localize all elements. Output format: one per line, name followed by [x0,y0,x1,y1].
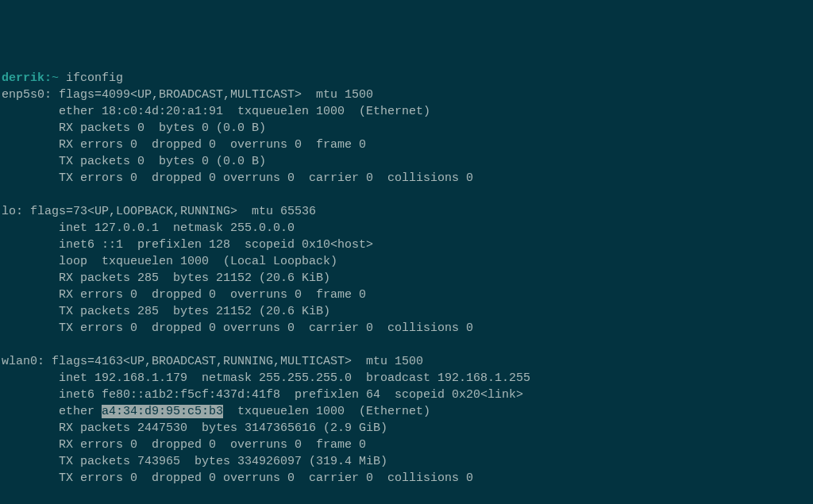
wlan0-tx-errors: TX errors 0 dropped 0 overruns 0 carrier… [2,470,811,487]
blank-line-1 [2,187,811,203]
wlan0-rx-errors: RX errors 0 dropped 0 overruns 0 frame 0 [2,437,811,453]
wlan0-inet6: inet6 fe80::a1b2:f5cf:437d:41f8 prefixle… [2,387,811,403]
lo-rx-packets: RX packets 285 bytes 21152 (20.6 KiB) [2,270,811,287]
lo-inet: inet 127.0.0.1 netmask 255.0.0.0 [2,220,811,237]
wlan0-ether: ether a4:34:d9:95:c5:b3 txqueuelen 1000 … [2,403,811,420]
enp5s0-rx-packets: RX packets 0 bytes 0 (0.0 B) [2,120,811,137]
prompt-line-1: derrik:~ ifconfig [2,70,811,87]
enp5s0-tx-packets: TX packets 0 bytes 0 (0.0 B) [2,153,811,170]
wlan0-header: wlan0: flags=4163<UP,BROADCAST,RUNNING,M… [2,353,811,370]
lo-tx-packets: TX packets 285 bytes 21152 (20.6 KiB) [2,303,811,320]
enp5s0-ether: ether 18:c0:4d:20:a1:91 txqueuelen 1000 … [2,103,811,120]
wlan0-ether-post: txqueuelen 1000 (Ethernet) [223,405,430,418]
command-text: ifconfig [66,71,123,85]
lo-inet6: inet6 ::1 prefixlen 128 scopeid 0x10<hos… [2,237,811,253]
blank-line-2 [2,337,811,353]
wlan0-tx-packets: TX packets 743965 bytes 334926097 (319.4… [2,453,811,470]
blank-line-3 [2,487,811,503]
lo-rx-errors: RX errors 0 dropped 0 overruns 0 frame 0 [2,287,811,303]
wlan0-rx-packets: RX packets 2447530 bytes 3147365616 (2.9… [2,420,811,437]
enp5s0-header: enp5s0: flags=4099<UP,BROADCAST,MULTICAS… [2,87,811,103]
enp5s0-tx-errors: TX errors 0 dropped 0 overruns 0 carrier… [2,170,811,187]
lo-loop: loop txqueuelen 1000 (Local Loopback) [2,253,811,270]
prompt-user: derrik: [2,71,52,85]
wlan0-ether-pre: ether [2,405,102,418]
enp5s0-rx-errors: RX errors 0 dropped 0 overruns 0 frame 0 [2,137,811,153]
wlan0-mac-selected[interactable]: a4:34:d9:95:c5:b3 [102,405,223,418]
prompt-path: ~ [52,71,59,85]
lo-tx-errors: TX errors 0 dropped 0 overruns 0 carrier… [2,320,811,337]
lo-header: lo: flags=73<UP,LOOPBACK,RUNNING> mtu 65… [2,203,811,220]
terminal-window[interactable]: derrik:~ ifconfigenp5s0: flags=4099<UP,B… [2,70,811,504]
wlan0-inet: inet 192.168.1.179 netmask 255.255.255.0… [2,370,811,387]
